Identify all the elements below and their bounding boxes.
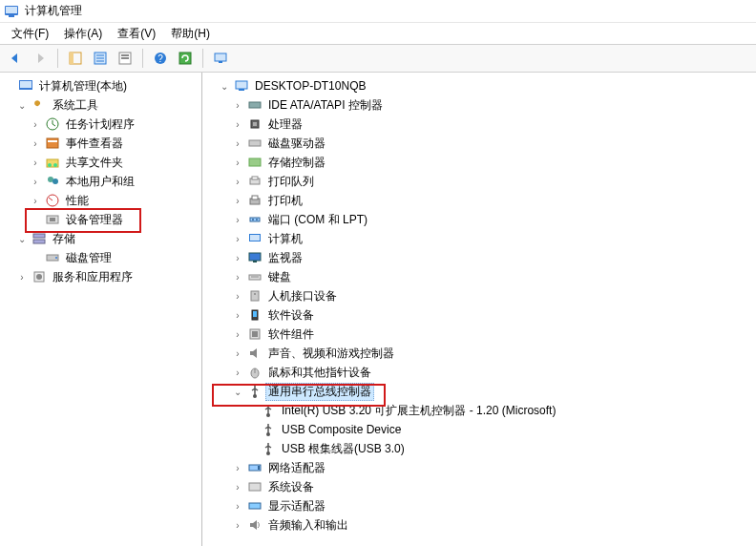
menu-view[interactable]: 查看(V) (110, 24, 163, 44)
device-node-usb-child[interactable]: USB Composite Device (202, 420, 756, 439)
svg-rect-10 (121, 54, 129, 56)
tree-node-task-scheduler[interactable]: › 任务计划程序 (0, 115, 201, 134)
device-node-label: USB 根集线器(USB 3.0) (279, 440, 408, 458)
refresh-button[interactable] (174, 47, 197, 70)
expand-arrow-icon[interactable]: › (231, 463, 244, 473)
device-node-label: 鼠标和其他指针设备 (265, 364, 374, 382)
device-node-label: Intel(R) USB 3.20 可扩展主机控制器 - 1.20 (Micro… (279, 402, 558, 420)
tree-node-shared-folders[interactable]: › 共享文件夹 (0, 153, 201, 172)
expand-arrow-icon[interactable]: › (231, 215, 244, 225)
expand-arrow-icon[interactable]: › (231, 482, 244, 493)
device-node-system-devices[interactable]: › 系统设备 (202, 477, 756, 496)
expand-arrow-icon[interactable]: › (29, 177, 42, 187)
properties-button[interactable] (89, 47, 112, 70)
svg-point-26 (52, 178, 58, 184)
expand-arrow-icon[interactable]: › (231, 234, 244, 244)
tree-node-event-viewer[interactable]: › 事件查看器 (0, 134, 201, 153)
expand-arrow-icon[interactable]: › (231, 119, 244, 130)
device-node-storage-controllers[interactable]: › 存储控制器 (202, 153, 756, 172)
device-node-software-devices[interactable]: › 软件设备 (202, 305, 756, 325)
export-button[interactable] (114, 47, 136, 70)
tree-node-device-manager[interactable]: 设备管理器 (0, 210, 201, 229)
svg-point-65 (266, 413, 270, 417)
expand-arrow-icon[interactable]: › (231, 100, 244, 111)
device-node-label: 磁盘驱动器 (265, 135, 328, 153)
back-button[interactable] (4, 47, 27, 70)
expand-arrow-icon[interactable]: › (231, 158, 244, 168)
device-node-print-queues[interactable]: › 打印队列 (202, 172, 756, 191)
expand-arrow-icon[interactable]: › (29, 119, 42, 130)
expand-arrow-icon[interactable]: › (231, 368, 244, 378)
expand-arrow-icon[interactable]: › (231, 291, 244, 302)
device-node-keyboards[interactable]: › 键盘 (202, 267, 756, 286)
disk-icon (45, 250, 60, 265)
software-device-icon (247, 307, 262, 323)
device-node-usb-child[interactable]: Intel(R) USB 3.20 可扩展主机控制器 - 1.20 (Micro… (202, 401, 756, 420)
device-node-display-adapters[interactable]: › 显示适配器 (202, 496, 756, 515)
expand-arrow-icon[interactable]: › (231, 501, 244, 512)
ide-controller-icon (247, 97, 262, 113)
device-node-sound[interactable]: › 声音、视频和游戏控制器 (202, 344, 756, 363)
expand-arrow-icon[interactable]: › (231, 177, 244, 187)
port-icon (247, 212, 262, 227)
device-node-network-adapters[interactable]: › 网络适配器 (202, 458, 756, 477)
svg-rect-56 (251, 291, 259, 301)
expand-arrow-icon[interactable]: ⌄ (231, 387, 244, 397)
menu-file[interactable]: 文件(F) (4, 24, 56, 44)
expand-arrow-icon[interactable]: › (231, 196, 244, 206)
device-node-hid[interactable]: › 人机接口设备 (202, 286, 756, 305)
device-node-software-components[interactable]: › 软件组件 (202, 325, 756, 344)
cpu-icon (247, 116, 262, 132)
device-node-label: 打印队列 (265, 173, 317, 191)
device-node-computer[interactable]: ⌄ DESKTOP-DT10NQB (202, 76, 756, 95)
expand-arrow-icon[interactable]: › (231, 253, 244, 263)
device-node-usb-controllers[interactable]: ⌄ 通用串行总线控制器 (202, 382, 756, 401)
device-node-usb-child[interactable]: USB 根集线器(USB 3.0) (202, 439, 756, 458)
device-node-computers[interactable]: › 计算机 (202, 229, 756, 248)
expand-arrow-icon[interactable]: › (29, 158, 42, 168)
expand-arrow-icon[interactable]: › (29, 196, 42, 206)
tree-node-label: 计算机管理(本地) (36, 77, 130, 95)
monitor-button[interactable] (209, 47, 232, 70)
expand-arrow-icon[interactable]: › (15, 272, 29, 283)
expand-arrow-icon[interactable]: ⌄ (218, 81, 231, 92)
expand-arrow-icon[interactable]: ⌄ (15, 234, 29, 244)
expand-arrow-icon[interactable]: › (231, 138, 244, 149)
show-hide-tree-button[interactable] (64, 47, 87, 70)
forward-button[interactable] (29, 47, 52, 70)
svg-rect-21 (48, 140, 57, 142)
menu-action[interactable]: 操作(A) (56, 24, 110, 44)
expand-arrow-icon[interactable]: › (231, 520, 244, 531)
device-node-ports[interactable]: › 端口 (COM 和 LPT) (202, 210, 756, 229)
menu-help[interactable]: 帮助(H) (163, 24, 218, 44)
help-button[interactable]: ? (149, 47, 172, 70)
expand-arrow-icon[interactable]: › (231, 310, 244, 321)
device-node-monitors[interactable]: › 监视器 (202, 248, 756, 267)
expand-arrow-icon[interactable]: › (231, 329, 244, 340)
tree-node-label: 系统工具 (50, 96, 101, 115)
expand-arrow-icon[interactable]: › (231, 348, 244, 359)
svg-point-66 (266, 432, 270, 436)
device-node-printers[interactable]: › 打印机 (202, 191, 756, 210)
tree-node-root[interactable]: 计算机管理(本地) (0, 76, 201, 95)
window-title: 计算机管理 (25, 3, 82, 19)
device-node-label: 音频输入和输出 (265, 516, 351, 535)
device-node-audio-io[interactable]: › 音频输入和输出 (202, 515, 756, 535)
storage-controller-icon (247, 155, 262, 170)
device-node-processors[interactable]: › 处理器 (202, 115, 756, 134)
tree-node-system-tools[interactable]: ⌄ 系统工具 (0, 95, 201, 115)
tree-node-local-users[interactable]: › 本地用户和组 (0, 172, 201, 191)
device-node-ide[interactable]: › IDE ATA/ATAPI 控制器 (202, 95, 756, 115)
device-node-disk-drives[interactable]: › 磁盘驱动器 (202, 134, 756, 153)
performance-icon (45, 193, 60, 208)
tree-node-services-apps[interactable]: › 服务和应用程序 (0, 267, 201, 286)
expand-arrow-icon[interactable]: ⌄ (15, 100, 29, 111)
device-node-mice[interactable]: › 鼠标和其他指针设备 (202, 363, 756, 382)
tree-node-disk-management[interactable]: 磁盘管理 (0, 248, 201, 267)
device-node-label: 软件设备 (265, 306, 317, 325)
tree-node-performance[interactable]: › 性能 (0, 191, 201, 210)
expand-arrow-icon[interactable]: › (231, 272, 244, 283)
expand-arrow-icon[interactable]: › (29, 138, 42, 149)
toolbar-separator (57, 49, 58, 68)
tree-node-storage[interactable]: ⌄ 存储 (0, 229, 201, 248)
